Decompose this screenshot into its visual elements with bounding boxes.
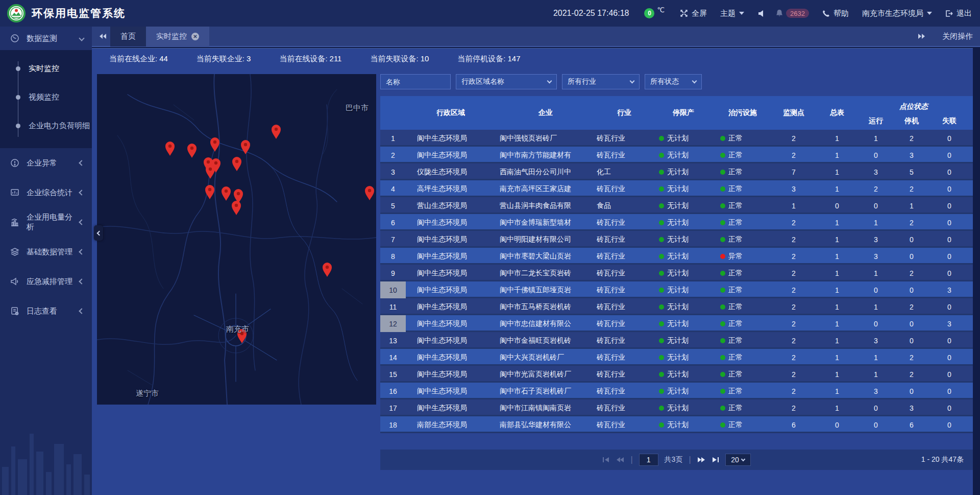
table-row[interactable]: 3仪陇生态环境局西南油气田分公司川中化工无计划正常71350 [380,163,973,180]
cell-limit-status: 无计划 [653,265,714,281]
help-button[interactable]: 帮助 [822,9,849,18]
map-collapse-button[interactable] [94,225,103,241]
sidebar-section-enterprise-statistics[interactable]: 企业综合统计 [0,178,92,207]
table-row[interactable]: 15阆中生态环境局阆中市光富页岩机砖厂砖瓦行业无计划正常21120 [380,366,973,383]
table-row[interactable]: 5营山生态环境局营山县润丰肉食品有限食品无计划正常10010 [380,197,973,214]
cell-company: 阆中千佛镇五郎垭页岩 [496,281,596,298]
logout-button[interactable]: 退出 [945,9,972,18]
sidebar-section-base-data[interactable]: 基础数据管理 [0,237,92,267]
sidebar-section-data-monitoring[interactable]: 数据监测 [0,27,92,50]
close-operations-button[interactable]: 关闭操作 [942,32,973,41]
sidebar-section-label: 企业综合统计 [27,188,80,198]
chevron-left-icon [97,230,102,235]
cell-region: 仪陇生态环境局 [406,163,496,180]
sidebar-section-log-view[interactable]: 日志查看 [0,296,92,326]
sidebar-item-power-load-detail[interactable]: 企业电力负荷明细 [0,111,92,140]
tab-realtime-monitoring[interactable]: 实时监控 ✕ [146,26,209,46]
map[interactable]: 巴中市南充市遂宁市 [97,74,376,405]
logout-label: 退出 [957,9,972,18]
cell-company: 南充市高坪区王家店建 [496,180,596,197]
page-input[interactable] [639,454,658,466]
table-row[interactable]: 13阆中生态环境局阆中市金福旺页岩机砖砖瓦行业无计划正常21300 [380,332,973,349]
sidebar-item-video-monitoring[interactable]: 视频监控 [0,83,92,111]
notification-button[interactable]: 2632 [775,9,809,18]
cell-run: 1 [858,265,894,281]
tab-label: 实时监控 [156,32,187,41]
filter-bar: 行政区域名称 所有行业 所有状态 [380,74,973,89]
cell-facility-status: 正常 [714,214,771,231]
tabs-scroll-right-button[interactable] [915,33,929,39]
next-page-button[interactable] [697,457,705,463]
sidebar-section-emergency-reduction[interactable]: 应急减排管理 [0,267,92,296]
table-row[interactable]: 17阆中生态环境局阆中市江南镇阆南页岩砖瓦行业无计划正常21030 [380,399,973,416]
table-row[interactable]: 12阆中生态环境局阆中市忠信建材有限公砖瓦行业无计划正常21003 [380,315,973,332]
table-row[interactable]: 2阆中生态环境局阆中市南方节能建材有砖瓦行业无计划正常21030 [380,147,973,163]
chevron-down-icon [741,457,745,461]
status-dot-icon [720,288,725,293]
cell-lost: 0 [929,332,969,349]
table-row[interactable]: 9阆中生态环境局阆中市二龙长宝页岩砖砖瓦行业无计划正常21120 [380,265,973,281]
sidebar-section-power-analysis[interactable]: 企业用电量分析 [0,207,92,237]
sidebar-item-realtime-monitoring[interactable]: 实时监控 [0,54,92,83]
cell-limit-status: 无计划 [653,147,714,163]
table-row[interactable]: 14阆中生态环境局阆中大兴页岩机砖厂砖瓦行业无计划正常21120 [380,349,973,366]
cell-stop: 0 [894,248,929,265]
cell-stop: 6 [894,416,929,433]
cell-industry: 砖瓦行业 [596,416,653,433]
industry-filter-select[interactable]: 所有行业 [562,74,640,89]
bar-chart-icon [10,218,19,227]
industry-filter-value: 所有行业 [568,77,596,86]
cell-run: 0 [858,281,894,298]
mute-button[interactable] [757,10,765,17]
org-dropdown[interactable]: 南充市生态环境局 [862,9,932,18]
status-dot-icon [720,389,725,394]
table-row[interactable]: 6阆中生态环境局阆中市金博瑞新型墙材砖瓦行业无计划正常21120 [380,214,973,231]
name-filter-input[interactable] [380,74,451,89]
theme-dropdown[interactable]: 主题 [720,9,744,18]
status-dot-icon [720,355,725,360]
chevron-left-icon [79,249,84,254]
tabs-scroll-left-button[interactable] [96,33,110,39]
cell-region: 阆中生态环境局 [406,399,496,416]
prev-page-button[interactable] [616,457,624,463]
cell-points: 2 [771,298,816,315]
row-number: 6 [380,214,406,231]
cell-industry: 砖瓦行业 [596,349,653,366]
status-dot-icon [659,170,664,175]
table-row[interactable]: 10阆中生态环境局阆中千佛镇五郎垭页岩砖瓦行业无计划正常21003 [380,281,973,298]
cell-lost: 0 [929,349,969,366]
page-size-select[interactable]: 20 [725,454,751,466]
sidebar-section-enterprise-anomaly[interactable]: 企业异常 [0,148,92,178]
table-row[interactable]: 7阆中生态环境局阆中明阳建材有限公司砖瓦行业无计划正常21300 [380,231,973,248]
region-filter-select[interactable]: 行政区域名称 [456,74,557,89]
cell-meters: 1 [816,366,858,383]
cell-facility-status: 正常 [714,265,771,281]
fullscreen-icon [680,9,688,17]
fullscreen-button[interactable]: 全屏 [680,9,707,18]
status-dot-icon [720,406,725,411]
chevron-down-icon [547,79,552,84]
table-row[interactable]: 16阆中生态环境局阆中市石子页岩机砖厂砖瓦行业无计划正常21300 [380,383,973,399]
table-row[interactable]: 8阆中生态环境局阆中市枣碧大梁山页岩砖瓦行业无计划异常21300 [380,248,973,265]
last-page-button[interactable] [712,457,719,463]
cell-stop: 2 [894,366,929,383]
status-dot-icon [659,254,664,259]
tab-home[interactable]: 首页 [110,26,146,46]
table-row[interactable]: 11阆中生态环境局阆中市五马桥页岩机砖砖瓦行业无计划正常21120 [380,298,973,315]
cell-lost: 0 [929,416,969,433]
cell-lost: 0 [929,399,969,416]
cell-lost: 0 [929,366,969,383]
cell-run: 3 [858,163,894,180]
table-row[interactable]: 1阆中生态环境局阆中强锐页岩砖厂砖瓦行业无计划正常21120 [380,130,973,147]
table-row[interactable]: 18南部生态环境局南部县弘华建材有限公砖瓦行业无计划正常60060 [380,416,973,433]
status-filter-select[interactable]: 所有状态 [645,74,702,89]
status-dot-icon [659,338,664,343]
tab-close-icon[interactable]: ✕ [191,33,199,40]
table-row[interactable]: 4高坪生态环境局南充市高坪区王家店建砖瓦行业无计划正常31220 [380,180,973,197]
alert-circle-icon [10,158,19,168]
first-page-button[interactable] [602,457,610,463]
cell-points: 2 [771,265,816,281]
cell-run: 1 [858,130,894,147]
status-dot-icon [720,422,725,428]
row-number: 4 [380,180,406,197]
